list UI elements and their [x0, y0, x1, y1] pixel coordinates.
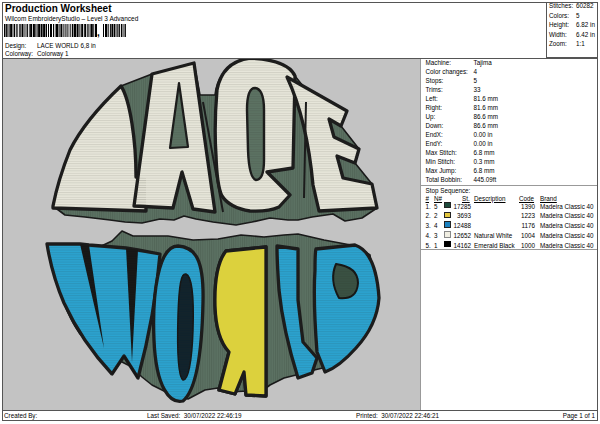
svg-text:,: ,: [97, 27, 100, 38]
